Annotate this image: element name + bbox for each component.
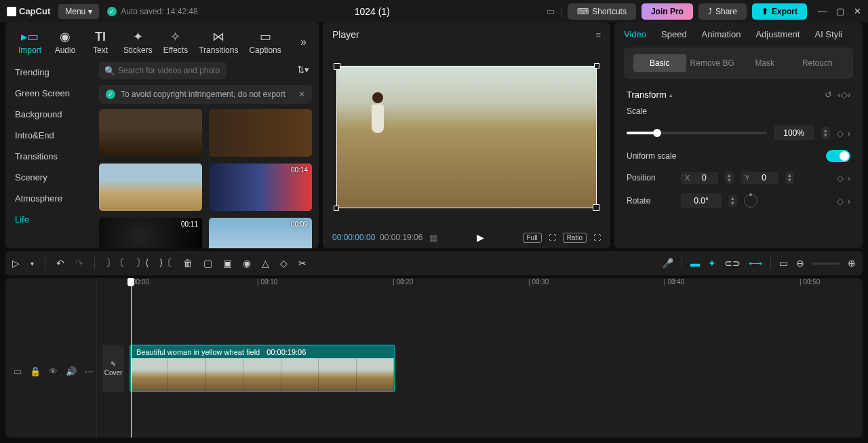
tabs-more-icon[interactable]: » [295,31,312,54]
preview-icon[interactable]: ▭ [779,258,788,269]
mic-icon[interactable]: 🎤 [662,258,673,269]
track-more-icon[interactable]: ⋯ [85,366,94,377]
mirror-icon[interactable]: △ [262,258,269,269]
join-pro-button[interactable]: Join Pro [642,3,693,20]
tab-audio[interactable]: ◉Audio [47,26,83,58]
position-x-input[interactable]: X0 [681,172,718,184]
dropdown-icon[interactable]: ▾ [31,260,34,267]
shield-icon[interactable]: ▢ [203,258,212,269]
subtab-removebg[interactable]: Remove BG [686,54,739,72]
cover-button[interactable]: ✎ Cover [102,345,124,392]
rotate-stepper[interactable]: ▴▾ [728,195,737,207]
x-stepper[interactable]: ▴▾ [725,172,734,184]
fit-icon[interactable]: ⛶ [549,233,556,242]
rotate-value[interactable]: 0.0° [681,193,722,208]
ratio-button[interactable]: Ratio [563,233,587,243]
sidebar-item-background[interactable]: Background [5,104,92,125]
subtab-basic[interactable]: Basic [633,54,686,72]
magnet-icon[interactable]: ▬ [690,258,700,269]
trim-right-icon[interactable]: ⟩〔 [159,257,172,269]
media-thumb[interactable] [99,109,202,157]
notice-close-icon[interactable]: ✕ [298,90,305,99]
tab-stickers[interactable]: ✦Stickers [118,26,158,58]
duplicate-icon[interactable]: ▣ [223,258,232,269]
keyframe-icon[interactable]: ◇ [837,173,844,183]
rtab-ai[interactable]: AI Styli [814,29,842,39]
rtab-adjustment[interactable]: Adjustment [755,29,800,39]
keyframe-icon[interactable]: ◇ [837,196,844,206]
rtab-video[interactable]: Video [624,29,646,39]
scale-stepper[interactable]: ▴▾ [821,127,830,139]
snap-icon[interactable]: ✦ [708,258,716,269]
transform-header[interactable]: Transform ▴ [627,90,673,100]
split-icon[interactable]: 〕〔 [106,257,125,269]
maximize-icon[interactable]: ▢ [836,6,844,16]
media-thumb[interactable] [209,109,312,157]
tab-text[interactable]: TIText [83,26,118,58]
menu-button[interactable]: Menu▾ [58,4,99,19]
track-visibility-icon[interactable]: ▭ [14,366,22,377]
timeline-ruler[interactable]: 00:00 | 00:10 | 00:20 | 00:30 | 00:40 | … [97,278,868,294]
media-thumb[interactable]: 00:09 [209,218,312,248]
subtab-mask[interactable]: Mask [738,54,791,72]
speed-icon[interactable]: ◉ [243,258,251,269]
track-lock-icon[interactable]: 🔒 [30,366,41,377]
track-eye-icon[interactable]: 👁 [49,366,58,377]
media-thumb[interactable]: 00:14 [209,163,312,211]
filter-button[interactable]: ⇅▾ [294,62,312,79]
export-button[interactable]: ⬆ Export [752,3,807,20]
link-icon[interactable]: ⊂⊃ [724,258,741,269]
zoom-in-icon[interactable]: ⊕ [848,258,856,269]
undo-icon[interactable]: ↶ [56,258,64,269]
scale-slider[interactable] [627,132,767,134]
subtab-retouch[interactable]: Retouch [791,54,844,72]
media-thumb[interactable] [99,163,202,211]
y-stepper[interactable]: ▴▾ [785,172,794,184]
delete-icon[interactable]: 🗑 [183,258,193,269]
playhead[interactable] [131,278,132,438]
track-mute-icon[interactable]: 🔊 [66,366,77,377]
minimize-icon[interactable]: — [818,6,827,16]
sidebar-item-greenscreen[interactable]: Green Screen [5,83,92,104]
sidebar-item-atmosphere[interactable]: Atmosphere [5,188,92,209]
fullscreen-icon[interactable]: ⛶ [593,233,601,242]
sidebar-item-introend[interactable]: Intro&End [5,125,92,146]
tab-import[interactable]: ▸▭Import [12,26,47,58]
zoom-slider[interactable] [812,263,840,265]
scale-value[interactable]: 100% [774,126,814,140]
crop-icon[interactable]: ✂ [298,258,307,269]
sidebar-item-trending[interactable]: Trending [5,62,92,83]
keyframe-nav-icon[interactable]: ‹◇› [837,90,850,100]
position-y-input[interactable]: Y0 [741,172,778,184]
shortcuts-button[interactable]: ⌨ Shortcuts [568,3,636,20]
layout-icon[interactable]: ▭ [547,6,555,16]
tab-captions[interactable]: ▭Captions [243,26,286,58]
player-menu-icon[interactable]: ≡ [595,30,601,40]
trim-left-icon[interactable]: 〕⟨ [136,257,149,269]
rotate-icon[interactable]: ◇ [280,258,288,269]
full-button[interactable]: Full [523,233,542,243]
timeline-clip[interactable]: Beautiful woman in yellow wheat field 00… [130,345,395,392]
rotate-dial[interactable] [744,194,757,208]
sidebar-item-life[interactable]: Life [5,209,92,230]
sidebar-item-transitions[interactable]: Transitions [5,146,92,167]
reset-icon[interactable]: ↺ [825,90,832,100]
rtab-speed[interactable]: Speed [661,29,687,39]
close-icon[interactable]: ✕ [854,6,861,16]
sidebar-item-scenery[interactable]: Scenery [5,167,92,188]
play-button[interactable]: ▶ [477,232,484,243]
keyframe-icon[interactable]: ◇ [837,128,844,138]
zoom-out-icon[interactable]: ⊖ [796,258,804,269]
tab-effects[interactable]: ✧Effects [158,26,193,58]
media-thumb[interactable]: 00:11 [99,218,202,248]
display-options-icon[interactable]: ▦ [429,233,437,243]
search-input[interactable] [99,62,226,79]
share-button[interactable]: ⤴ Share [698,3,747,20]
uniform-scale-toggle[interactable] [826,150,850,162]
select-tool-icon[interactable]: ▷ [12,258,20,269]
rtab-animation[interactable]: Animation [702,29,741,39]
align-icon[interactable]: ⟷ [749,258,762,269]
tab-transitions[interactable]: ⋈Transitions [193,26,243,58]
timeline-tracks[interactable]: 00:00 | 00:10 | 00:20 | 00:30 | 00:40 | … [97,278,868,438]
player-viewport[interactable] [323,47,610,227]
